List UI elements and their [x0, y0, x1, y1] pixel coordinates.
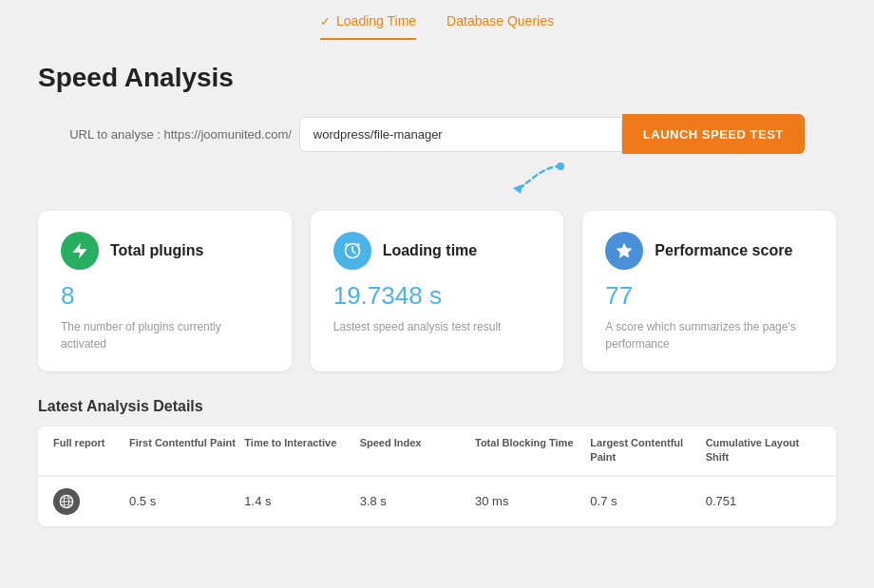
card-header-performance: Performance score — [605, 232, 813, 270]
cell-full-report[interactable] — [53, 488, 129, 515]
page-title: Speed Analysis — [38, 63, 836, 93]
col-first-contentful-paint: First Contentful Paint — [129, 436, 244, 465]
latest-analysis-title: Latest Analysis Details — [38, 398, 836, 415]
table-header: Full report First Contentful Paint Time … — [38, 427, 836, 476]
launch-speed-test-button[interactable]: LAUNCH SPEED TEST — [622, 114, 805, 154]
cell-first-contentful-paint: 0.5 s — [129, 494, 244, 508]
cell-largest-contentful-paint: 0.7 s — [590, 494, 705, 508]
performance-score-value: 77 — [605, 281, 813, 311]
loading-time-title: Loading time — [383, 242, 478, 259]
url-input-wrapper — [299, 117, 622, 152]
cell-cumulative-layout-shift: 0.751 — [706, 494, 821, 508]
table-row: 0.5 s 1.4 s 3.8 s 30 ms 0.7 s 0.751 — [38, 476, 836, 526]
card-header-plugins: Total plugins — [61, 232, 269, 270]
tab-database-queries-label: Database Queries — [446, 13, 554, 28]
col-time-to-interactive: Time to Interactive — [244, 436, 359, 465]
cell-time-to-interactive: 1.4 s — [244, 494, 359, 508]
total-plugins-desc: The number of plugins currently activate… — [61, 318, 269, 352]
main-content: Speed Analysis URL to analyse : https://… — [0, 40, 874, 545]
svg-point-0 — [557, 162, 564, 170]
total-plugins-value: 8 — [61, 281, 269, 311]
performance-score-card: Performance score 77 A score which summa… — [582, 211, 836, 371]
cards-row: Total plugins 8 The number of plugins cu… — [38, 211, 836, 371]
cell-total-blocking-time: 30 ms — [475, 494, 590, 508]
arrow-decoration — [38, 169, 836, 203]
loading-time-desc: Lastest speed analysis test result — [333, 318, 542, 335]
loading-time-card: Loading time 19.7348 s Lastest speed ana… — [311, 211, 564, 371]
tab-loading-time[interactable]: ✓ Loading Time — [320, 13, 416, 40]
col-largest-contentful-paint: Largest Contentful Paint — [590, 436, 705, 465]
card-header-loading: Loading time — [333, 232, 542, 270]
tab-navigation: ✓ Loading Time Database Queries — [0, 0, 874, 40]
plugins-icon — [61, 232, 99, 270]
svg-marker-1 — [513, 184, 522, 194]
performance-score-desc: A score which summarizes the page's perf… — [605, 318, 813, 352]
url-label: URL to analyse : https://joomunited.com/ — [69, 127, 292, 142]
page-wrapper: ✓ Loading Time Database Queries Speed An… — [0, 0, 874, 588]
col-full-report: Full report — [53, 436, 129, 465]
loading-time-value: 19.7348 s — [333, 281, 542, 311]
performance-score-title: Performance score — [655, 242, 792, 259]
cell-speed-index: 3.8 s — [360, 494, 475, 508]
url-bar: URL to analyse : https://joomunited.com/… — [38, 114, 836, 154]
dashed-arrow-icon — [475, 161, 589, 199]
total-plugins-title: Total plugins — [110, 242, 203, 259]
col-cumulative-layout-shift: Cumulative Layout Shift — [706, 436, 821, 465]
tab-loading-time-label: Loading Time — [336, 13, 416, 28]
col-total-blocking-time: Total Blocking Time — [475, 436, 590, 465]
tab-database-queries[interactable]: Database Queries — [446, 13, 554, 40]
analysis-table: Full report First Contentful Paint Time … — [38, 427, 836, 526]
latest-analysis-section: Latest Analysis Details Full report Firs… — [38, 398, 836, 526]
check-icon: ✓ — [320, 14, 331, 28]
url-input[interactable] — [300, 118, 621, 151]
star-icon — [605, 232, 643, 270]
col-speed-index: Speed Index — [360, 436, 475, 465]
globe-icon — [53, 488, 80, 515]
total-plugins-card: Total plugins 8 The number of plugins cu… — [38, 211, 292, 371]
clock-icon — [333, 232, 371, 270]
